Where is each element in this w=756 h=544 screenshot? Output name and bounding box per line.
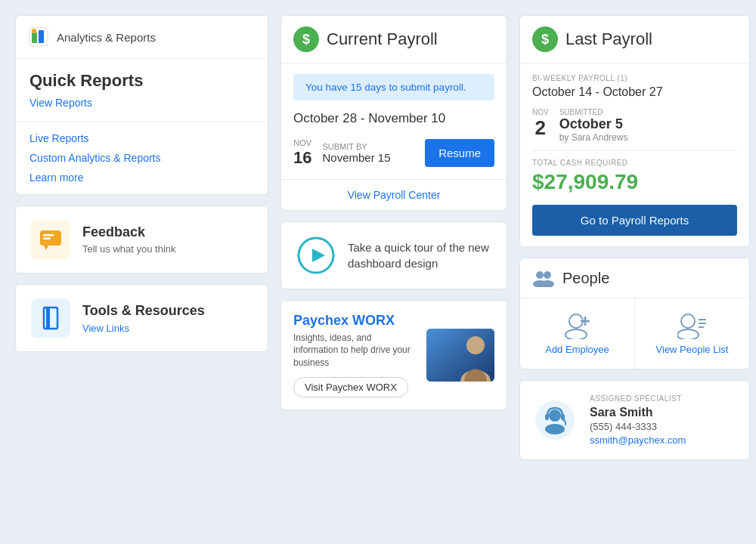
lp-divider [532, 150, 737, 151]
specialist-info: ASSIGNED SPECIALIST Sara Smith (555) 444… [590, 394, 686, 446]
lp-nov: NOV 2 [532, 108, 549, 140]
tools-title: Tools & Resources [82, 303, 205, 319]
quick-reports-section: Quick Reports View Reports [16, 59, 268, 122]
svg-rect-5 [43, 234, 54, 236]
svg-point-13 [466, 336, 485, 354]
dashboard: Analytics & Reports Quick Reports View R… [15, 15, 741, 460]
tour-card[interactable]: Take a quick tour of the new dashboard d… [280, 221, 507, 289]
view-people-label: View People List [656, 344, 729, 355]
worx-bg-graphic [426, 329, 494, 382]
left-column: Analytics & Reports Quick Reports View R… [15, 15, 268, 460]
current-payroll-card: $ Current Payroll You have 15 days to su… [280, 15, 507, 211]
worx-image [426, 329, 494, 382]
middle-column: $ Current Payroll You have 15 days to su… [280, 15, 507, 460]
svg-point-14 [536, 271, 544, 279]
last-payroll-card: $ Last Payroll BI-WEEKLY PAYROLL (1) Oct… [519, 15, 750, 247]
view-people-icon [677, 312, 708, 339]
add-employee-label: Add Employee [545, 344, 609, 355]
people-card: People Add Employee [519, 258, 750, 369]
people-icon [532, 269, 555, 287]
payroll-submit-info: SUBMIT BY November 15 [322, 142, 414, 164]
svg-rect-6 [43, 238, 51, 240]
worx-card: Paychex WORX Insights, ideas, and inform… [280, 300, 507, 410]
lp-row: NOV 2 SUBMITTED October 5 by Sara Andrew… [532, 108, 737, 143]
worx-info: Paychex WORX Insights, ideas, and inform… [293, 313, 417, 397]
analytics-title: Analytics & Reports [57, 31, 156, 44]
lp-nov-day: 2 [532, 116, 549, 140]
quick-reports-title: Quick Reports [29, 71, 254, 91]
analytics-header: Analytics & Reports [16, 16, 268, 59]
payroll-alert: You have 15 days to submit payroll. [293, 74, 494, 100]
svg-rect-2 [39, 30, 44, 43]
analytics-reports-card: Analytics & Reports Quick Reports View R… [15, 15, 268, 195]
lp-submitted-info: SUBMITTED October 5 by Sara Andrews [559, 108, 628, 143]
analytics-icon [28, 26, 49, 48]
tools-link[interactable]: View Links [82, 323, 129, 334]
feedback-card[interactable]: Feedback Tell us what you think [15, 206, 268, 274]
feedback-title: Feedback [82, 224, 176, 240]
feedback-subtitle: Tell us what you think [82, 243, 176, 255]
payroll-nov-day: 16 [293, 148, 311, 168]
svg-rect-31 [561, 414, 565, 420]
biweekly-label: BI-WEEKLY PAYROLL (1) [532, 74, 737, 82]
view-people-list-button[interactable]: View People List [635, 298, 749, 369]
right-column: $ Last Payroll BI-WEEKLY PAYROLL (1) Oct… [519, 15, 750, 460]
people-title: People [562, 270, 609, 287]
svg-rect-4 [40, 230, 61, 246]
payroll-nov: NOV 16 [293, 138, 311, 168]
feedback-text: Feedback Tell us what you think [82, 224, 176, 255]
lp-total-amount: $27,909.79 [532, 170, 737, 194]
feedback-icon [38, 227, 64, 252]
svg-marker-7 [44, 246, 48, 250]
visit-worx-button[interactable]: Visit Paychex WORX [293, 377, 408, 397]
tools-text: Tools & Resources View Links [82, 303, 205, 334]
view-payroll-link[interactable]: View Payroll Center [281, 179, 507, 210]
specialist-label: ASSIGNED SPECIALIST [590, 394, 686, 403]
specialist-name: Sara Smith [590, 406, 686, 419]
svg-rect-30 [545, 414, 549, 420]
tools-card[interactable]: Tools & Resources View Links [15, 284, 268, 352]
lp-submitted-by: by Sara Andrews [559, 132, 628, 143]
play-icon [296, 236, 336, 275]
go-payroll-button[interactable]: Go to Payroll Reports [532, 205, 737, 236]
svg-point-28 [549, 410, 561, 422]
custom-analytics-link[interactable]: Custom Analytics & Reports [29, 152, 254, 164]
headset-icon [534, 399, 576, 441]
last-payroll-dollar-icon: $ [532, 26, 558, 52]
dollar-icon: $ [293, 26, 319, 52]
svg-point-22 [681, 314, 695, 328]
lp-submitted-label: SUBMITTED [559, 108, 628, 116]
specialist-card: ASSIGNED SPECIALIST Sara Smith (555) 444… [519, 380, 750, 460]
specialist-avatar [532, 397, 578, 443]
lp-nov-label: NOV [532, 108, 549, 116]
tools-icon-wrap [31, 298, 70, 338]
live-reports-link[interactable]: Live Reports [29, 132, 254, 144]
payroll-row: NOV 16 SUBMIT BY November 15 Resume [281, 134, 507, 179]
payroll-nov-label: NOV [293, 138, 311, 148]
resume-button[interactable]: Resume [425, 139, 494, 167]
people-header: People [520, 258, 749, 298]
svg-rect-1 [32, 32, 37, 43]
specialist-email[interactable]: ssmith@paychex.com [590, 434, 686, 446]
svg-rect-9 [46, 308, 50, 329]
learn-more-link[interactable]: Learn more [29, 172, 254, 184]
svg-marker-11 [312, 249, 325, 262]
lp-date-range: October 14 - October 27 [532, 85, 737, 99]
add-employee-button[interactable]: Add Employee [520, 298, 635, 369]
last-payroll-body: BI-WEEKLY PAYROLL (1) October 14 - Octob… [520, 63, 749, 246]
payroll-submit-date: November 15 [322, 151, 414, 164]
specialist-phone: (555) 444-3333 [590, 421, 686, 432]
worx-title: Paychex WORX [293, 313, 417, 329]
svg-rect-8 [44, 308, 57, 329]
view-reports-link[interactable]: View Reports [29, 97, 92, 109]
current-payroll-title: Current Payroll [327, 29, 438, 49]
last-payroll-header: $ Last Payroll [520, 16, 749, 63]
lp-submitted-date: October 5 [559, 116, 628, 132]
payroll-dates: October 28 - November 10 [281, 105, 507, 134]
tools-icon [38, 305, 64, 331]
worx-description: Insights, ideas, and information to help… [293, 332, 417, 369]
add-employee-icon [562, 312, 593, 339]
svg-point-19 [565, 329, 587, 339]
payroll-submit-label: SUBMIT BY [322, 142, 414, 151]
svg-point-23 [677, 329, 699, 339]
